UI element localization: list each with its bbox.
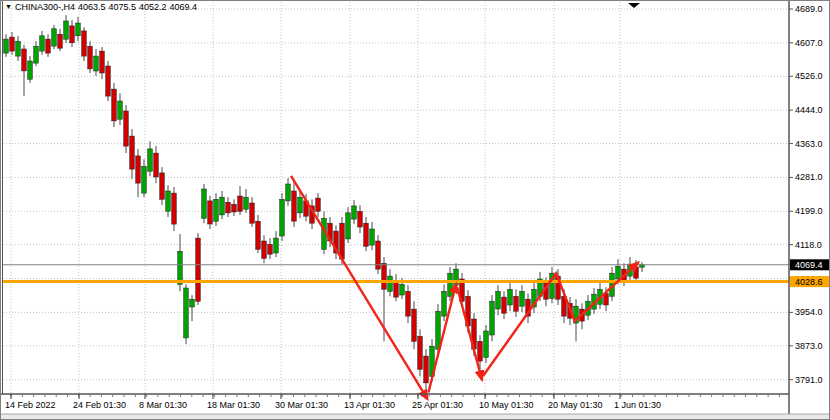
x-axis-label: 25 Apr 01:30 (412, 400, 463, 410)
candle (88, 46, 93, 69)
ohlc-high: 4075.5 (109, 2, 137, 12)
candle (34, 46, 39, 63)
candle (70, 26, 75, 43)
candle (184, 288, 189, 338)
candle (154, 153, 159, 177)
y-axis-label: 4118.0 (795, 240, 822, 250)
mt4-chart-window: 4689.04607.04526.04444.04363.04281.04199… (0, 0, 830, 420)
candle (82, 31, 87, 56)
candle (256, 221, 261, 249)
candle (46, 39, 51, 53)
ohlc-close: 4069.4 (170, 2, 198, 12)
candle (400, 284, 405, 295)
candle (616, 266, 621, 279)
candle (172, 193, 177, 224)
candle (370, 229, 375, 245)
candle (268, 244, 273, 254)
candle (490, 301, 495, 335)
y-axis-label: 4607.0 (795, 38, 823, 48)
candle (406, 291, 411, 316)
ohlc-low: 4052.2 (139, 2, 167, 12)
candle (244, 197, 249, 209)
candle (298, 197, 303, 213)
x-axis-label: 24 Feb 01:30 (73, 400, 126, 410)
candle (484, 331, 489, 357)
chart-background (1, 1, 830, 420)
candle (226, 202, 231, 213)
candle (142, 166, 147, 193)
candle (190, 299, 195, 307)
candle (112, 89, 117, 121)
candle (346, 213, 351, 239)
candle (4, 39, 9, 53)
candle (514, 296, 519, 311)
candle (22, 49, 27, 71)
candle (130, 136, 135, 169)
x-axis-label: 10 May 01:30 (479, 400, 534, 410)
y-axis-label: 4363.0 (795, 139, 823, 149)
y-axis-label: 3954.0 (795, 307, 823, 317)
x-axis-label: 8 Mar 01:30 (139, 400, 187, 410)
candle (436, 311, 441, 349)
candle (76, 23, 81, 36)
y-axis-label: 3873.0 (795, 341, 823, 351)
y-axis-label: 4199.0 (795, 206, 823, 216)
candle (28, 61, 33, 79)
candle (160, 173, 165, 199)
candle (196, 238, 201, 301)
chart-title: ▼CHINA300-,H44063.54075.54052.24069.4 (5, 2, 200, 12)
candle (352, 206, 357, 219)
candle (442, 291, 447, 316)
candle (40, 36, 45, 51)
candle (262, 241, 267, 258)
candle (520, 291, 525, 306)
price-chart[interactable]: 4689.04607.04526.04444.04363.04281.04199… (1, 1, 830, 420)
candle (136, 156, 141, 183)
x-axis-label: 30 Mar 01:30 (275, 400, 328, 410)
candle (424, 356, 429, 383)
candle (394, 281, 399, 297)
current-price-badge-label: 4069.4 (795, 260, 823, 270)
candle (292, 191, 297, 221)
candle (418, 336, 423, 369)
x-axis-label: 18 Mar 01:30 (207, 400, 260, 410)
candle (100, 51, 105, 73)
candle (340, 223, 345, 259)
candle (52, 29, 57, 46)
candle (286, 184, 291, 201)
y-axis-label: 3791.0 (795, 375, 823, 385)
candle (412, 309, 417, 341)
x-axis-label: 20 May 01:30 (548, 400, 603, 410)
bottom-band (1, 414, 830, 420)
candle (148, 149, 153, 171)
candle (58, 34, 63, 48)
candle (280, 199, 285, 236)
orange-level-badge-label: 4028.6 (795, 277, 823, 287)
candle (208, 201, 213, 224)
candle (250, 203, 255, 223)
candle (496, 291, 501, 309)
ohlc-open: 4063.5 (78, 2, 106, 12)
candle (10, 37, 15, 51)
symbol-dropdown-icon: ▼ (5, 3, 12, 10)
candle (16, 41, 21, 56)
candle (124, 111, 129, 146)
candle (64, 21, 69, 39)
candle (274, 238, 279, 253)
candle (316, 198, 321, 211)
candle (382, 263, 387, 289)
candle (508, 289, 513, 305)
candle (118, 101, 123, 119)
y-axis-label: 4526.0 (795, 71, 823, 81)
candle (364, 223, 369, 246)
candle (106, 66, 111, 96)
x-axis-label: 14 Feb 2022 (5, 400, 56, 410)
candle (166, 191, 171, 211)
candle (238, 196, 243, 211)
candle (358, 211, 363, 227)
candle (634, 267, 639, 278)
y-axis-label: 4281.0 (795, 172, 823, 182)
x-axis-label: 13 Apr 01:30 (344, 400, 395, 410)
candle (448, 273, 453, 296)
candle (202, 189, 207, 218)
